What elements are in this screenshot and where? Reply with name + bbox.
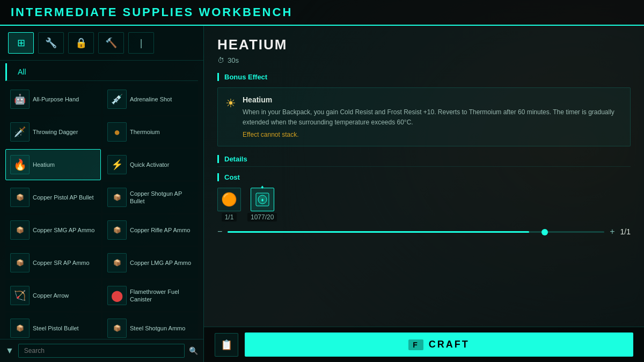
craft-button[interactable]: F CRAFT bbox=[245, 333, 633, 357]
quantity-bar: − + 1/1 bbox=[217, 227, 631, 237]
right-panel: HEATIUM ⏱ 30s Bonus Effect ☀ Heatium Whe… bbox=[204, 26, 644, 362]
list-item[interactable]: 💉 Adrenaline Shot bbox=[103, 84, 198, 115]
craft-label: CRAFT bbox=[429, 339, 470, 350]
cost-icon-1: 🟠 bbox=[217, 188, 241, 211]
list-item[interactable]: 📦 Copper Shotgun AP Bullet bbox=[103, 182, 198, 213]
item-label: All-Purpose Hand bbox=[33, 95, 79, 103]
item-icon: 📦 bbox=[10, 319, 30, 338]
filter-icon[interactable]: ▼ bbox=[5, 346, 14, 356]
item-label: Throwing Dagger bbox=[33, 128, 78, 136]
item-icon: 📦 bbox=[107, 253, 127, 272]
item-icon: ⬤ bbox=[107, 286, 127, 305]
tab-tools[interactable]: 🔧 bbox=[38, 32, 64, 54]
effect-warning: Effect cannot stack. bbox=[243, 131, 623, 138]
clock-icon: ⏱ bbox=[217, 56, 224, 64]
action-bar: 📋 F CRAFT bbox=[204, 327, 644, 362]
effect-text: Heatium When in your Backpack, you gain … bbox=[243, 95, 623, 138]
list-item[interactable]: ● Thermoium bbox=[103, 116, 198, 147]
cost-icon-2: ♦ bbox=[251, 188, 274, 211]
info-button[interactable]: 📋 bbox=[215, 333, 238, 357]
tab-lock[interactable]: 🔒 bbox=[68, 32, 94, 54]
svg-text:♦: ♦ bbox=[261, 197, 264, 203]
all-label: All bbox=[5, 63, 198, 81]
list-item[interactable]: 📦 Copper SR AP Ammo bbox=[5, 247, 101, 278]
quantity-display: 1/1 bbox=[620, 227, 631, 236]
effect-sun-icon: ☀ bbox=[225, 97, 236, 138]
item-icon: 📦 bbox=[107, 188, 127, 207]
list-item[interactable]: 🤖 All-Purpose Hand bbox=[5, 84, 101, 115]
list-item[interactable]: 📦 Steel Shotgun Ammo bbox=[103, 313, 198, 339]
bonus-effect-header: Bonus Effect bbox=[217, 73, 631, 81]
tab-build[interactable]: 🔨 bbox=[98, 32, 124, 54]
item-label: Adrenaline Shot bbox=[130, 95, 172, 103]
item-label: Steel Shotgun Ammo bbox=[130, 324, 185, 332]
item-label: Quick Activator bbox=[130, 161, 169, 168]
item-label: Copper SMG AP Ammo bbox=[33, 226, 94, 234]
item-icon: ● bbox=[107, 122, 127, 142]
item-label: Steel Pistol Bullet bbox=[33, 324, 79, 332]
cost-item-2: ♦ 1077/20 bbox=[247, 188, 277, 221]
item-icon: 📦 bbox=[107, 319, 127, 338]
info-icon: 📋 bbox=[221, 339, 232, 351]
list-item[interactable]: ⚡ Quick Activator bbox=[103, 149, 198, 180]
cost-header: Cost bbox=[217, 173, 631, 181]
cost-count-2: 1077/20 bbox=[247, 213, 277, 221]
list-item[interactable]: ⬤ Flamethrower Fuel Canister bbox=[103, 280, 198, 311]
item-label: Copper Shotgun AP Bullet bbox=[130, 190, 193, 205]
search-icon: 🔍 bbox=[189, 346, 198, 355]
main-container: ⊞ 🔧 🔒 🔨 | All 🤖 All-Purpose Hand 💉 Adren… bbox=[0, 26, 644, 362]
tab-all[interactable]: ⊞ bbox=[8, 32, 34, 54]
category-tabs: ⊞ 🔧 🔒 🔨 | bbox=[0, 26, 203, 61]
detail-content: HEATIUM ⏱ 30s Bonus Effect ☀ Heatium Whe… bbox=[204, 26, 644, 327]
list-item-heatium[interactable]: 🔥 Heatium bbox=[5, 149, 101, 180]
list-item[interactable]: 📦 Copper LMG AP Ammo bbox=[103, 247, 198, 278]
plus-icon[interactable]: + bbox=[610, 227, 614, 237]
item-label: Copper SR AP Ammo bbox=[33, 259, 90, 267]
header: INTERMEDIATE SUPPLIES WORKBENCH bbox=[0, 0, 644, 26]
search-input[interactable] bbox=[18, 344, 185, 358]
item-label: Copper Rifle AP Ammo bbox=[130, 226, 190, 234]
item-icon: 📦 bbox=[10, 188, 30, 207]
item-icon: 💉 bbox=[107, 90, 127, 109]
cost-item-1: 🟠 1/1 bbox=[217, 188, 241, 221]
item-icon: 📦 bbox=[10, 253, 30, 272]
tab-ammo[interactable]: | bbox=[128, 32, 154, 54]
bottom-bar: ▼ 🔍 bbox=[0, 339, 203, 362]
list-item[interactable]: 🏹 Copper Arrow bbox=[5, 280, 101, 311]
slider-thumb bbox=[541, 229, 548, 235]
cost-items: 🟠 1/1 ♦ 1077/20 bbox=[217, 188, 631, 221]
item-label: Heatium bbox=[33, 161, 55, 168]
item-list: 🤖 All-Purpose Hand 💉 Adrenaline Shot 🗡️ … bbox=[0, 81, 203, 339]
item-icon: 🔥 bbox=[10, 155, 30, 174]
craft-time: ⏱ 30s bbox=[217, 56, 631, 64]
item-label: Copper Arrow bbox=[33, 292, 69, 299]
effect-description: When in your Backpack, you gain Cold Res… bbox=[243, 107, 623, 128]
craft-key: F bbox=[408, 339, 423, 350]
list-item[interactable]: 📦 Steel Pistol Bullet bbox=[5, 313, 101, 339]
cost-count-1: 1/1 bbox=[222, 213, 237, 221]
item-icon: 📦 bbox=[10, 220, 30, 240]
item-label: Thermoium bbox=[130, 128, 160, 136]
list-item[interactable]: 📦 Copper SMG AP Ammo bbox=[5, 215, 101, 246]
item-icon: 🤖 bbox=[10, 90, 30, 109]
item-icon: ⚡ bbox=[107, 155, 127, 174]
detail-title: HEATIUM bbox=[217, 36, 631, 53]
item-icon: 🗡️ bbox=[10, 122, 30, 142]
item-label: Copper Pistol AP Bullet bbox=[33, 194, 94, 201]
details-section: Details bbox=[217, 155, 631, 167]
cost-section: Cost 🟠 1/1 ♦ bbox=[217, 173, 631, 221]
workbench-title: INTERMEDIATE SUPPLIES WORKBENCH bbox=[11, 5, 292, 19]
list-item[interactable]: 🗡️ Throwing Dagger bbox=[5, 116, 101, 147]
quantity-slider[interactable] bbox=[228, 231, 604, 233]
slider-fill bbox=[228, 231, 529, 233]
bonus-effect-box: ☀ Heatium When in your Backpack, you gai… bbox=[217, 87, 631, 146]
list-item[interactable]: 📦 Copper Rifle AP Ammo bbox=[103, 215, 198, 246]
time-value: 30s bbox=[228, 56, 239, 64]
minus-icon[interactable]: − bbox=[217, 227, 222, 237]
item-label: Copper LMG AP Ammo bbox=[130, 259, 191, 267]
item-icon: 🏹 bbox=[10, 286, 30, 305]
item-icon: 📦 bbox=[107, 220, 127, 240]
effect-name: Heatium bbox=[243, 95, 623, 104]
list-item[interactable]: 📦 Copper Pistol AP Bullet bbox=[5, 182, 101, 213]
left-panel: ⊞ 🔧 🔒 🔨 | All 🤖 All-Purpose Hand 💉 Adren… bbox=[0, 26, 204, 362]
